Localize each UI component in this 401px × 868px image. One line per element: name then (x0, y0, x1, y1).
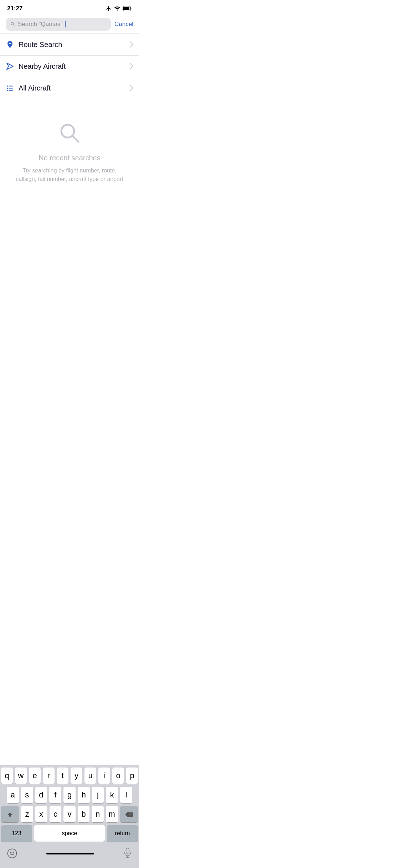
search-placeholder: Search "Qantas" (18, 21, 62, 28)
menu-item-all-aircraft[interactable]: All Aircraft (0, 77, 139, 99)
chevron-right-icon-3 (130, 85, 133, 91)
nearby-aircraft-label: Nearby Aircraft (19, 62, 130, 71)
search-input-wrap[interactable]: Search "Qantas" (6, 18, 111, 31)
svg-rect-1 (123, 7, 129, 10)
navigation-icon (6, 62, 14, 71)
wifi-icon (114, 5, 120, 12)
svg-marker-2 (7, 63, 13, 69)
all-aircraft-label: All Aircraft (19, 84, 130, 92)
search-icon (10, 21, 16, 27)
pin-icon-wrap (6, 40, 19, 49)
status-bar: 21:27 (0, 0, 139, 15)
battery-icon (123, 6, 132, 11)
svg-rect-7 (7, 90, 8, 91)
empty-state-title: No recent searches (38, 154, 100, 162)
svg-rect-3 (7, 86, 8, 87)
pin-icon (6, 40, 14, 49)
chevron-right-icon (130, 41, 133, 48)
menu-item-route-search[interactable]: Route Search (0, 34, 139, 55)
empty-state-subtitle: Try searching by flight number, route, c… (14, 166, 125, 184)
svg-rect-4 (9, 86, 13, 87)
empty-state: No recent searches Try searching by flig… (0, 99, 139, 198)
status-time: 21:27 (7, 5, 22, 12)
menu-item-nearby-aircraft[interactable]: Nearby Aircraft (0, 56, 139, 77)
svg-rect-8 (9, 90, 13, 91)
cursor (65, 21, 66, 27)
navigation-icon-wrap (6, 62, 19, 71)
search-bar-row: Search "Qantas" Cancel (0, 15, 139, 33)
chevron-right-icon-2 (130, 63, 133, 69)
svg-rect-6 (9, 88, 13, 89)
svg-line-10 (72, 136, 78, 142)
airplane-icon (106, 5, 112, 12)
cancel-button[interactable]: Cancel (114, 19, 133, 29)
svg-rect-5 (7, 88, 8, 89)
status-icons (106, 5, 132, 12)
route-search-label: Route Search (19, 41, 130, 49)
empty-search-icon (57, 120, 82, 147)
list-icon-wrap (6, 84, 19, 92)
list-icon (6, 84, 14, 92)
